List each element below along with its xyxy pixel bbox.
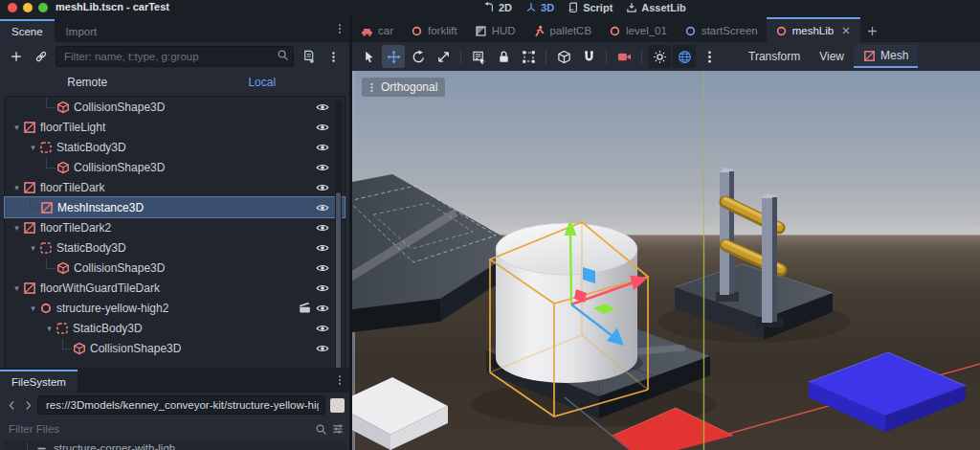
scene-tree-row[interactable]: ▾StaticBody3D [5,237,345,258]
staticbody-node-icon [39,241,53,255]
resource-path-input[interactable] [37,395,325,415]
rotate-icon [412,50,426,64]
expand-arrow-icon[interactable]: ▾ [11,223,23,233]
scene-tree-options-button[interactable] [323,46,344,67]
select-tool-button[interactable] [357,45,380,68]
visibility-eye-icon[interactable] [316,161,329,174]
dock-tab-import[interactable]: Import [55,19,109,42]
scrollbar-thumb[interactable] [336,192,341,371]
scene-tree-row[interactable]: CollisionShape3D [5,258,345,278]
workspace-button-3d[interactable]: 3D [525,2,554,13]
scene-tab-palletcb[interactable]: palletCB [524,17,600,42]
scene-tree-row[interactable]: MeshInstance3D [5,197,345,217]
move-tool-button[interactable] [382,45,405,68]
chain-link-icon [34,50,48,63]
workspace-button-2d[interactable]: 2D [483,2,512,13]
add-node-button[interactable] [6,46,27,67]
close-window-button[interactable] [8,3,17,12]
expand-arrow-icon[interactable]: ▾ [27,304,39,313]
snap-tool-button[interactable] [577,45,600,68]
view-menu[interactable]: View [810,45,854,68]
zoom-window-button[interactable] [38,3,48,12]
scene-tree-row[interactable]: ▾floorTileLight [5,117,345,137]
visibility-eye-icon[interactable] [316,181,329,194]
viewport-3d[interactable] [352,71,980,450]
scene-tree-scrollbar[interactable] [335,101,342,372]
scene-tab-meshlib[interactable]: meshLib [767,17,860,42]
dock-tab-filesystem[interactable]: FileSystem [0,370,78,393]
expand-arrow-icon[interactable]: ▾ [11,283,23,293]
selected-cylinder[interactable] [490,223,643,383]
chevron-left-icon [6,399,18,412]
scene-tree-row[interactable]: ▾StaticBody3D [5,318,345,338]
toolbar-separator [606,49,607,64]
scene-tree-row[interactable]: CollisionShape3D [5,157,345,177]
scene-tree-row[interactable]: CollisionShape3D [5,97,345,117]
scene-tree-row[interactable]: ▾floorWithGuardTileDark [5,278,345,298]
visibility-eye-icon[interactable] [316,281,329,295]
close-tab-icon[interactable] [840,25,852,36]
sort-options-icon[interactable] [331,422,345,436]
workspace-button-script[interactable]: Script [568,2,612,13]
visibility-eye-icon[interactable] [316,101,329,114]
scene-tree-row[interactable]: ▾floorTileDark [5,177,345,197]
scene-tab-startscreen[interactable]: startScreen [676,17,767,42]
camera-preview-toggle-button[interactable] [612,45,635,68]
remote-button[interactable]: Remote [0,71,175,94]
history-forward-button[interactable] [21,395,35,415]
expand-arrow-icon[interactable]: ▾ [27,243,39,253]
more-options-button[interactable] [698,45,721,68]
scene-tree-row[interactable]: ▾StaticBody3D [5,137,345,157]
file-preview-thumbnail[interactable] [330,398,345,413]
file-filter-input[interactable] [5,417,311,440]
expand-arrow-icon[interactable]: ▾ [27,143,39,152]
attach-script-button[interactable] [298,46,319,67]
transform-menu[interactable]: Transform [739,45,810,68]
ruler-tool-button[interactable] [552,45,575,68]
file-list-partial-row[interactable]: structure-corner-with-ligh [4,440,345,450]
visibility-eye-icon[interactable] [316,221,329,235]
expand-arrow-icon[interactable]: ▾ [43,324,56,333]
expand-arrow-icon[interactable]: ▾ [11,123,23,132]
list-select-tool-button[interactable] [467,45,490,68]
scene-tab-level_01[interactable]: level_01 [600,17,676,42]
dock-options-icon[interactable] [334,23,349,34]
scene-tree-row[interactable]: ▾floorTileDark2 [5,217,345,237]
new-scene-tab-button[interactable] [860,19,883,42]
dock-options-icon[interactable] [334,374,349,386]
visibility-eye-icon[interactable] [316,141,329,154]
scene-filter-input[interactable] [56,46,294,67]
projection-selector[interactable]: Orthogonal [362,78,445,97]
visibility-eye-icon[interactable] [316,201,329,214]
filesystem-dock-tabs: FileSystem [0,368,349,393]
instance-scene-button[interactable] [31,46,52,67]
scene-tab-forklift[interactable]: forklift [402,17,466,42]
rotate-tool-button[interactable] [407,45,430,68]
meshinst-node-icon [23,221,36,235]
workspace-button-assetlib[interactable]: AssetLib [626,2,685,13]
visibility-eye-icon[interactable] [316,302,329,315]
scene-tree-row[interactable]: CollisionShape3D [5,338,345,358]
instanced-scene-icon[interactable] [299,302,311,314]
mesh-menu[interactable]: Mesh [854,45,918,68]
visibility-eye-icon[interactable] [316,241,329,255]
environment-toggle-button[interactable] [673,45,696,68]
scale-tool-button[interactable] [432,45,455,68]
history-back-button[interactable] [5,395,19,415]
minimize-window-button[interactable] [23,3,33,12]
local-button[interactable]: Local [175,71,350,94]
scene-tab-hud[interactable]: HUD [466,17,524,42]
meshinst-icon [863,50,876,62]
sun-toggle-button[interactable] [648,45,671,68]
meshinst-node-icon [23,281,36,295]
scene-tab-car[interactable]: car [352,17,402,42]
group-tool-button[interactable] [517,45,540,68]
visibility-eye-icon[interactable] [316,322,329,335]
dock-tab-scene[interactable]: Scene [0,19,55,42]
visibility-eye-icon[interactable] [316,342,329,355]
visibility-eye-icon[interactable] [316,261,329,275]
visibility-eye-icon[interactable] [316,121,329,134]
lock-tool-button[interactable] [492,45,515,68]
expand-arrow-icon[interactable]: ▾ [11,183,23,192]
scene-tree-row[interactable]: ▾structure-yellow-high2 [5,298,345,318]
